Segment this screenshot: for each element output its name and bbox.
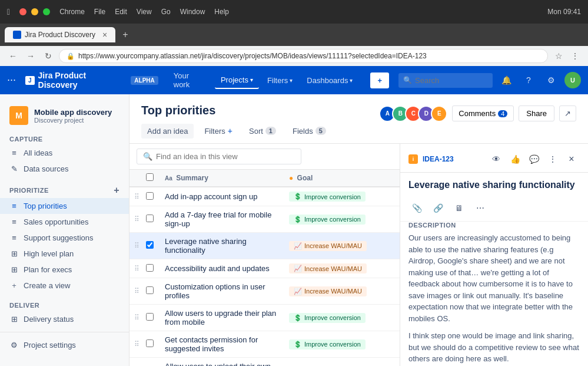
sidebar-item-sales-opps[interactable]: ≡ Sales opportunities [0,214,129,230]
sidebar-item-create-view[interactable]: + Create a view [0,278,129,294]
row-summary: Add in-app account sign up [165,192,289,201]
drag-handle[interactable]: ⠿ [134,265,146,273]
like-icon[interactable]: 👍 [507,151,523,167]
drag-handle[interactable]: ⠿ [134,215,146,223]
dashboards-chevron-icon: ▾ [350,77,353,84]
row-goal: 💲 Improve conversion [289,313,395,323]
attachment-icon[interactable]: 📎 [408,200,425,216]
row-goal: 📈 Increase WAU/MAU [289,263,395,273]
row-checkbox[interactable] [146,241,165,250]
sidebar-item-top-priorities[interactable]: ≡ Top priorities [0,198,129,214]
comment-count-badge: 4 [498,110,507,117]
browser-tabbar: Jira Product Discovery × + [0,24,588,46]
table-row[interactable]: ⠿ Allow users to upgrade their plan from… [129,305,400,331]
description-section-title: Description [408,222,580,229]
sidebar-item-high-level-plan[interactable]: ⊞ High level plan [0,246,129,262]
menu-icon[interactable]: ⋮ [568,49,582,63]
sidebar-prioritize-section: PRIORITIZE + ≡ Top priorities ≡ Sales op… [0,182,129,294]
toolbar-right: A B C D E Comments 4 Share ↗ [379,105,576,122]
sort-button[interactable]: Sort 1 [243,124,282,139]
sidebar-item-support-sugg[interactable]: ≡ Support suggestions [0,230,129,246]
nav-filters[interactable]: Filters ▾ [261,72,298,88]
settings-icon[interactable]: ⚙ [542,71,560,89]
more-icon[interactable]: ⋯ [472,200,489,216]
projects-chevron-icon: ▾ [250,77,253,83]
table-row[interactable]: ⠿ Add a 7-day free trial for mobile sign… [129,206,400,233]
sidebar-item-project-settings[interactable]: ⚙ Project settings [0,337,129,353]
sidebar-item-data-sources[interactable]: ✎ Data sources [0,161,129,177]
star-icon[interactable]: ☆ [552,49,566,63]
share-detail-icon[interactable]: ⋮ [544,151,561,167]
new-tab-button[interactable]: + [122,29,128,40]
board-title: Top priorities [141,104,215,117]
table-row[interactable]: ⠿ Get contacts permission for suggested … [129,331,400,358]
table-row[interactable]: ⠿ Allow users to upload their own emoji … [129,358,400,366]
row-checkbox[interactable] [146,192,165,202]
fields-button[interactable]: Fields 5 [287,124,332,139]
link-icon[interactable]: 🔗 [430,200,446,216]
sidebar-item-all-ideas[interactable]: ≡ All ideas [0,145,129,161]
delivery-status-icon: ⊞ [9,315,19,324]
table-row[interactable]: ⠿ Leverage native sharing functionality … [129,233,400,259]
user-avatar[interactable]: U [564,72,581,88]
reload-button[interactable]: ↻ [41,49,55,63]
add-idea-button[interactable]: Add an idea [141,124,194,139]
find-icon: 🔍 [143,152,152,161]
row-summary: Allow users to upgrade their plan from m… [165,309,289,327]
nav-your-work[interactable]: Your work [168,68,212,93]
forward-button[interactable]: → [24,49,38,63]
idea-type-icon: i [408,154,418,164]
table-row[interactable]: ⠿ Accessibility audit and updates 📈 Incr… [129,259,400,278]
help-icon[interactable]: ? [520,71,537,89]
goal-label: Increase WAU/MAU [304,265,362,272]
create-button[interactable]: + [370,72,389,88]
table-row[interactable]: ⠿ Add in-app account sign up 💲 Improve c… [129,187,400,206]
goal-emoji: 📈 [294,242,302,250]
maximize-btn[interactable] [43,8,50,15]
sidebar-item-delivery-status[interactable]: ⊞ Delivery status [0,311,129,327]
expand-button[interactable]: ↗ [559,105,576,121]
grid-icon[interactable]: ⋅⋅⋅ [7,75,16,86]
url-text: https://www.yourcompany.atlassian.net/ji… [78,52,427,60]
mac-menu: Chrome File Edit View Go Window Help [59,8,229,16]
filters-button[interactable]: Filters + [198,123,238,139]
url-bar[interactable]: 🔒 https://www.yourcompany.atlassian.net/… [59,49,548,63]
share-button[interactable]: Share [519,105,554,121]
drag-handle[interactable]: ⠿ [134,287,146,295]
sidebar-item-plan-execs[interactable]: ⊞ Plan for execs [0,262,129,278]
add-view-icon[interactable]: + [114,185,119,196]
row-checkbox[interactable] [146,339,165,349]
row-checkbox[interactable] [146,264,165,273]
goal-label: Increase WAU/MAU [304,242,362,249]
prioritize-section-title: PRIORITIZE + [0,182,129,198]
nav-projects[interactable]: Projects ▾ [215,72,259,89]
drag-handle[interactable]: ⠿ [134,340,146,348]
nav-dashboards[interactable]: Dashboards ▾ [301,72,358,88]
close-btn[interactable] [19,8,26,15]
back-button[interactable]: ← [6,49,20,63]
all-ideas-icon: ≡ [9,149,19,157]
browser-tab[interactable]: Jira Product Discovery × [5,27,115,42]
table-row[interactable]: ⠿ Customization options in user profiles… [129,278,400,305]
row-checkbox[interactable] [146,313,165,322]
avatars-row: A B C D E [379,105,447,122]
comment-icon[interactable]: 💬 [526,151,542,167]
search-input[interactable] [398,73,493,88]
tab-close-icon[interactable]: × [102,30,107,39]
notification-icon[interactable]: 🔔 [497,71,515,89]
minimize-btn[interactable] [31,8,38,15]
drag-handle[interactable]: ⠿ [134,242,146,250]
goal-emoji: 💲 [294,216,302,223]
find-input[interactable] [156,152,295,161]
detail-close-button[interactable]: × [563,151,580,167]
row-checkbox[interactable] [146,215,165,224]
embed-icon[interactable]: 🖥 [451,200,467,216]
row-summary: Leverage native sharing functionality [165,237,289,255]
select-all-checkbox[interactable] [146,173,154,181]
watch-icon[interactable]: 👁 [488,151,504,167]
drag-handle[interactable]: ⠿ [134,193,146,201]
comments-button[interactable]: Comments 4 [452,105,514,121]
row-summary: Add a 7-day free trial for mobile sign-u… [165,210,289,228]
row-checkbox[interactable] [146,286,165,296]
drag-handle[interactable]: ⠿ [134,314,146,322]
